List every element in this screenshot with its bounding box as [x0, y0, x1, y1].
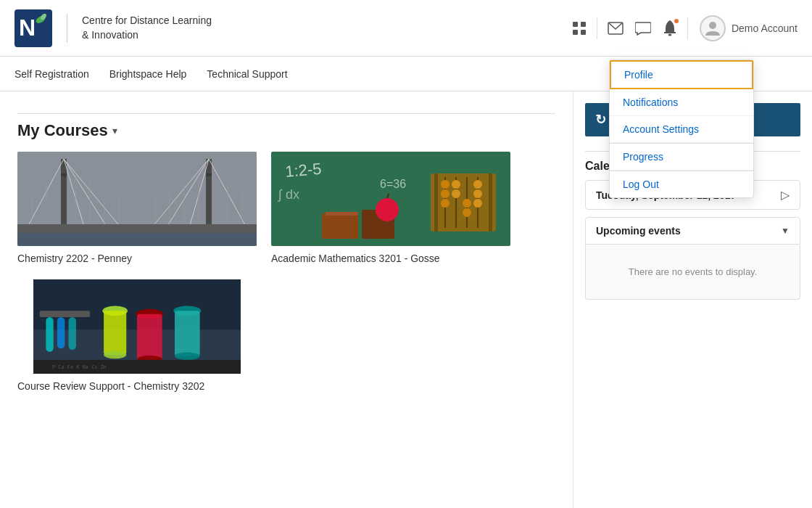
- header-icons: Demo Account: [568, 15, 798, 41]
- course-thumb-abacus: 1:2-5 ∫ dx 6=36: [271, 152, 510, 246]
- svg-point-9: [668, 33, 671, 36]
- no-events-label: There are no events to display.: [629, 266, 758, 277]
- course-title-chem2202: Chemistry 2202 - Penney: [17, 253, 132, 264]
- svg-rect-68: [40, 311, 90, 317]
- svg-point-55: [441, 180, 450, 189]
- my-courses-header: My Courses ▾: [17, 121, 555, 140]
- svg-rect-49: [434, 173, 438, 232]
- icon-divider-1: [597, 17, 597, 39]
- notification-wrap: [658, 16, 682, 41]
- svg-text:N: N: [19, 15, 36, 41]
- nav-self-registration[interactable]: Self Registration: [14, 60, 89, 89]
- svg-rect-6: [573, 30, 578, 35]
- logo-area: N Centre for Distance Learning & Innovat…: [14, 9, 568, 47]
- svg-rect-69: [46, 317, 53, 352]
- svg-text:1:2-5: 1:2-5: [284, 160, 322, 181]
- svg-rect-38: [17, 233, 257, 246]
- svg-point-64: [473, 199, 482, 208]
- svg-rect-76: [137, 314, 162, 359]
- svg-point-58: [452, 180, 460, 189]
- upcoming-label: Upcoming events: [596, 225, 681, 237]
- svg-rect-73: [104, 311, 126, 355]
- svg-point-80: [175, 353, 200, 360]
- svg-point-46: [376, 198, 399, 221]
- svg-point-56: [441, 189, 450, 198]
- events-empty-box: There are no events to display.: [585, 245, 800, 300]
- svg-rect-37: [17, 224, 257, 233]
- user-name-label: Demo Account: [732, 22, 798, 34]
- logo-icon: N: [14, 9, 52, 47]
- user-avatar: [700, 15, 726, 41]
- svg-text:P Ca Fe K Na Cu Zn: P Ca Fe K Na Cu Zn: [52, 364, 107, 370]
- nav-technical-support[interactable]: Technical Support: [207, 60, 287, 89]
- svg-text:∫ dx: ∫ dx: [277, 187, 299, 202]
- grid-button[interactable]: [568, 17, 591, 40]
- course-card-chem2202[interactable]: Chemistry 2202 - Penney: [17, 152, 257, 265]
- upcoming-events-header[interactable]: Upcoming events ▼: [585, 217, 800, 245]
- svg-point-10: [709, 22, 716, 29]
- notification-badge: [673, 17, 680, 25]
- svg-point-60: [463, 199, 471, 208]
- svg-text:6=36: 6=36: [380, 178, 406, 190]
- nav-brightspace-help[interactable]: Brightspace Help: [109, 60, 187, 89]
- user-area: Demo Account: [700, 15, 798, 41]
- mail-button[interactable]: [603, 17, 628, 39]
- mail-icon: [608, 22, 624, 35]
- dropdown-account-settings[interactable]: Account Settings: [610, 116, 753, 143]
- course-thumb-chemistry: P Ca Fe K Na Cu Zn: [17, 279, 257, 374]
- course-thumb-bridge: [17, 152, 257, 246]
- svg-rect-43: [322, 213, 358, 239]
- svg-point-74: [104, 351, 126, 359]
- course-card-chem3202[interactable]: P Ca Fe K Na Cu Zn Course Review Support…: [17, 279, 257, 393]
- my-courses-title: My Courses: [17, 121, 108, 140]
- svg-rect-71: [69, 317, 76, 350]
- svg-point-59: [452, 189, 460, 198]
- user-dropdown: Profile Notifications Account Settings P…: [609, 60, 754, 198]
- calendar-next-icon[interactable]: ▷: [781, 188, 790, 202]
- svg-point-61: [463, 208, 471, 217]
- svg-point-63: [473, 189, 482, 198]
- header: N Centre for Distance Learning & Innovat…: [0, 0, 812, 57]
- chat-button[interactable]: [631, 17, 655, 40]
- dropdown-notifications[interactable]: Notifications: [610, 89, 753, 116]
- refresh-icon: ↻: [595, 112, 606, 128]
- chat-icon: [635, 21, 651, 36]
- icon-divider-2: [687, 17, 688, 39]
- svg-rect-4: [573, 22, 578, 27]
- logo-text: Centre for Distance Learning & Innovatio…: [82, 14, 212, 42]
- svg-rect-15: [61, 173, 67, 176]
- dropdown-profile[interactable]: Profile: [610, 60, 753, 89]
- separator-top: [17, 113, 555, 114]
- avatar-icon: [704, 20, 721, 37]
- course-title-chem3202: Course Review Support - Chemistry 3202: [17, 380, 204, 392]
- svg-point-57: [441, 199, 450, 208]
- svg-point-62: [473, 180, 482, 189]
- svg-rect-79: [175, 311, 200, 356]
- grid-icon: [572, 21, 587, 36]
- upcoming-chevron-icon[interactable]: ▼: [781, 226, 790, 236]
- svg-rect-50: [489, 173, 492, 232]
- svg-rect-16: [206, 173, 212, 176]
- course-title-math3201: Academic Mathematics 3201 - Gosse: [271, 253, 440, 264]
- svg-rect-70: [57, 317, 65, 348]
- svg-rect-5: [581, 22, 586, 27]
- left-panel: My Courses ▾: [0, 91, 573, 508]
- dropdown-logout[interactable]: Log Out: [610, 171, 753, 197]
- svg-rect-7: [581, 30, 586, 35]
- courses-grid: Chemistry 2202 - Penney 1:2-5 ∫ dx 6=36: [17, 152, 555, 393]
- logo-divider: [67, 14, 67, 43]
- course-card-math3201[interactable]: 1:2-5 ∫ dx 6=36: [271, 152, 510, 265]
- chevron-down-icon[interactable]: ▾: [112, 125, 117, 136]
- dropdown-progress[interactable]: Progress: [610, 143, 753, 171]
- svg-rect-44: [326, 212, 358, 216]
